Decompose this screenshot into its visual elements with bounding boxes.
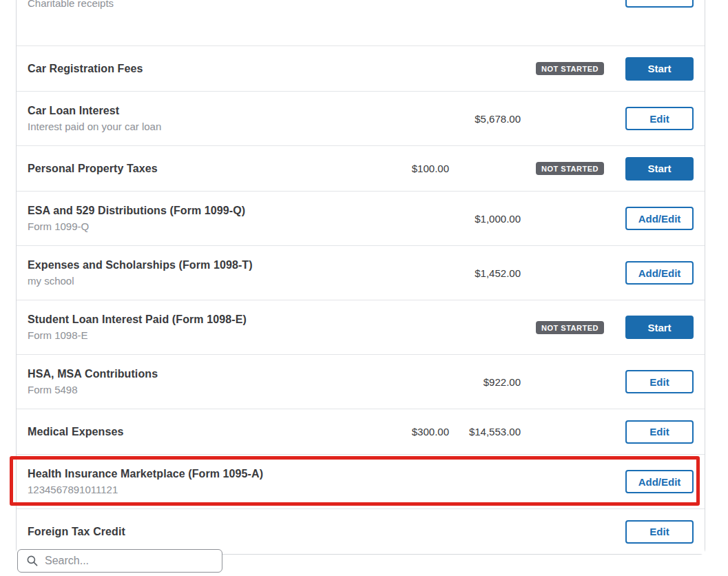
list-item: ESA and 529 Distributions (Form 1099-Q) … (17, 191, 705, 245)
action-button-column: Add/Edit (625, 470, 694, 493)
add-edit-button[interactable]: Add/Edit (625, 207, 694, 230)
edit-button[interactable]: Edit (625, 370, 694, 393)
action-button-column: Add/Edit (625, 261, 694, 285)
status-badge-column: NOT STARTED (521, 62, 604, 75)
action-button-column: Start (625, 57, 694, 81)
row-amount-secondary: $1,000.00 (449, 213, 521, 225)
row-text-group: ESA and 529 Distributions (Form 1099-Q) … (28, 198, 366, 239)
row-subtitle: my school (28, 275, 366, 287)
action-button-column: Add/Edit (625, 207, 694, 230)
edit-button[interactable]: Edit (625, 107, 694, 130)
list-item: Foreign Tax Credit Edit (17, 508, 705, 554)
row-text-group: Student Loan Interest Paid (Form 1098-E)… (28, 307, 366, 348)
status-badge-column: NOT STARTED (521, 162, 604, 175)
list-item: HSA, MSA Contributions Form 5498 $922.00… (17, 354, 705, 409)
search-icon (26, 555, 39, 567)
row-text-group: HSA, MSA Contributions Form 5498 (28, 361, 366, 402)
row-subtitle: Form 1098-E (28, 329, 366, 341)
row-text-group: Foreign Tax Credit (28, 519, 366, 545)
row-subtitle: 1234567891011121 (28, 484, 366, 495)
row-title: Car Loan Interest (28, 105, 366, 117)
action-button-column: Edit (625, 370, 694, 393)
list-item: Medical Expenses $300.00 $14,553.00 Edit (17, 409, 705, 454)
start-button[interactable]: Start (625, 157, 694, 181)
row-title: Car Registration Fees (28, 63, 366, 75)
row-subtitle: Charitable receipts (28, 0, 114, 9)
row-text-group: Health Insurance Marketplace (Form 1095-… (28, 461, 366, 502)
edit-button[interactable]: Edit (625, 520, 694, 544)
row-title: Personal Property Taxes (28, 163, 366, 175)
start-button[interactable]: Start (625, 316, 694, 339)
deductions-list: Charitable receipts Car Registration Fee… (16, 0, 705, 555)
action-button-column: Start (625, 157, 694, 181)
action-button-column: Edit (625, 420, 694, 444)
list-item: Expenses and Scholarships (Form 1098-T) … (17, 245, 705, 300)
row-title: Medical Expenses (28, 426, 366, 438)
edit-button[interactable]: Edit (625, 420, 694, 444)
add-edit-button[interactable]: Add/Edit (625, 261, 694, 285)
row-title: ESA and 529 Distributions (Form 1099-Q) (28, 205, 366, 217)
list-item: Student Loan Interest Paid (Form 1098-E)… (17, 300, 705, 354)
status-badge: NOT STARTED (536, 162, 604, 175)
row-text-group: Medical Expenses (28, 419, 366, 445)
list-item: Car Registration Fees NOT STARTED Start (17, 45, 705, 91)
action-button-column: Start (625, 316, 694, 339)
status-badge: NOT STARTED (536, 62, 604, 75)
row-title: Expenses and Scholarships (Form 1098-T) (28, 259, 366, 271)
row-title: Foreign Tax Credit (28, 526, 366, 538)
row-title: Student Loan Interest Paid (Form 1098-E) (28, 313, 366, 326)
search-input[interactable] (45, 555, 222, 567)
row-text-group: Personal Property Taxes (28, 156, 366, 182)
row-title: Health Insurance Marketplace (Form 1095-… (28, 468, 366, 480)
row-amount-secondary: $922.00 (449, 376, 521, 388)
row-text-group: Car Registration Fees (28, 56, 366, 82)
row-amount-primary: $100.00 (366, 163, 449, 174)
list-item: Personal Property Taxes $100.00 NOT STAR… (17, 145, 705, 191)
list-item-clipped: Charitable receipts (17, 0, 705, 45)
row-text-group: Car Loan Interest Interest paid on your … (28, 98, 366, 139)
row-subtitle: Form 1099-Q (28, 220, 366, 232)
row-amount-secondary: $1,452.00 (449, 267, 521, 279)
row-title: HSA, MSA Contributions (28, 368, 366, 380)
row-subtitle: Form 5498 (28, 384, 366, 395)
list-item: Health Insurance Marketplace (Form 1095-… (17, 454, 705, 508)
partial-action-button[interactable] (625, 0, 694, 8)
row-amount-secondary: $14,553.00 (449, 426, 521, 438)
row-subtitle: Interest paid on your car loan (28, 121, 366, 132)
add-edit-button[interactable]: Add/Edit (625, 470, 694, 493)
action-button-column: Edit (625, 520, 694, 544)
status-badge: NOT STARTED (536, 321, 604, 334)
search-box (17, 549, 222, 573)
start-button[interactable]: Start (625, 57, 694, 81)
row-amount-primary: $300.00 (366, 426, 449, 438)
action-button-column: Edit (625, 107, 694, 130)
row-text-group: Expenses and Scholarships (Form 1098-T) … (28, 252, 366, 294)
list-item: Car Loan Interest Interest paid on your … (17, 91, 705, 145)
row-amount-secondary: $5,678.00 (449, 113, 521, 125)
status-badge-column: NOT STARTED (521, 321, 604, 334)
